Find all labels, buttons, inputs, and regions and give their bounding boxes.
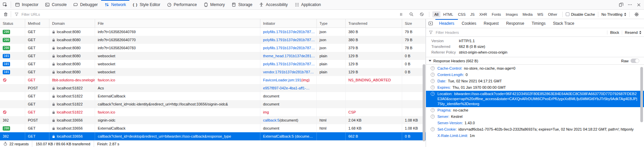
response-header-row[interactable]: Pragma:no-cache bbox=[426, 107, 644, 114]
filter-pill-js[interactable]: JS bbox=[468, 11, 477, 17]
search-button[interactable] bbox=[407, 10, 416, 18]
column-header-transferred[interactable]: Transferred bbox=[346, 19, 402, 27]
response-header-row[interactable]: Location:bitwarden://sso-callback?code=9… bbox=[426, 91, 644, 107]
pick-element-button[interactable] bbox=[0, 0, 10, 9]
table-row[interactable]: 200GETlocalhost:8080info?t=1635826640769… bbox=[0, 28, 426, 36]
expand-panel-button[interactable] bbox=[426, 19, 435, 28]
table-row[interactable]: 302GETlocalhost:33656callback?client_id=… bbox=[0, 132, 426, 140]
tab-storage[interactable]: Storage bbox=[228, 0, 256, 9]
filter-pill-html[interactable]: HTML bbox=[441, 11, 455, 17]
tab-memory[interactable]: Memory bbox=[200, 0, 228, 9]
initiator-link[interactable]: e957f897-042e-4ba1-aff1-… bbox=[263, 86, 310, 90]
table-row[interactable]: POSTlocalhost:51822Acse957f897-042e-4ba1… bbox=[0, 84, 426, 92]
method-cell: GET bbox=[25, 76, 49, 84]
responsive-design-button[interactable] bbox=[617, 1, 625, 9]
table-row[interactable]: 302POSTlocalhost:33656signin-oidccallbac… bbox=[0, 116, 426, 124]
help-icon[interactable] bbox=[431, 115, 435, 119]
help-icon[interactable] bbox=[431, 66, 435, 70]
table-row[interactable]: GETlocalhost:51822callback?client_id=oid… bbox=[0, 100, 426, 108]
response-headers-section[interactable]: Response Headers (662 B) Raw bbox=[426, 57, 644, 65]
initiator-link[interactable]: polyfills.1791b137de281b787… bbox=[263, 30, 315, 34]
tab-network[interactable]: Network bbox=[101, 0, 129, 9]
table-row[interactable]: GETlocalhost:51822ExternalCallbackdocume… bbox=[0, 92, 426, 100]
details-tab-cookies[interactable]: Cookies bbox=[458, 19, 480, 28]
filter-headers-input[interactable] bbox=[435, 30, 605, 35]
details-tab-timings[interactable]: Timings bbox=[528, 19, 549, 28]
column-header-file[interactable]: File bbox=[95, 19, 260, 27]
filter-pill-media[interactable]: Media bbox=[520, 11, 534, 17]
network-settings-button[interactable] bbox=[633, 10, 641, 18]
inspector-icon bbox=[15, 2, 20, 7]
tab-accessibility[interactable]: Accessibility bbox=[256, 0, 291, 9]
column-header-type[interactable]: Type bbox=[317, 19, 346, 27]
table-row[interactable]: GETlocalhost:51822favicon.icoimgCSP bbox=[0, 108, 426, 116]
pause-traffic-button[interactable] bbox=[397, 10, 405, 18]
clear-requests-button[interactable] bbox=[1, 10, 10, 18]
response-header-row[interactable]: Content-Length:0 bbox=[426, 72, 644, 78]
filter-pill-fonts[interactable]: Fonts bbox=[490, 11, 503, 17]
response-header-row[interactable]: Date:Tue, 02 Nov 2021 04:17:21 GMT bbox=[426, 78, 644, 84]
filter-pill-ws[interactable]: WS bbox=[535, 11, 545, 17]
filter-urls-input[interactable] bbox=[21, 12, 397, 17]
initiator-link[interactable]: vendor.1791b137de281b787… bbox=[263, 70, 314, 74]
details-tab-stack-trace[interactable]: Stack Trace bbox=[549, 19, 578, 28]
tab-inspector[interactable]: Inspector bbox=[12, 0, 42, 9]
tab-style-editor[interactable]: { }Style Editor bbox=[129, 0, 164, 9]
request-list-scrollbar[interactable] bbox=[423, 64, 425, 141]
table-row[interactable]: 101GETlocalhost:8080websocketvendor.1791… bbox=[0, 68, 426, 76]
help-icon[interactable] bbox=[431, 92, 435, 96]
table-row[interactable]: 101GETlocalhost:8080websocketpolyfills.1… bbox=[0, 60, 426, 68]
response-header-row[interactable]: Server-Version:1.43.0 bbox=[426, 120, 644, 126]
table-row[interactable]: GET8bit-solutions-dev.onelogin.…favicon.… bbox=[0, 76, 426, 84]
initiator-link[interactable]: FaviconLoader.jsm:191 bbox=[263, 78, 301, 82]
help-icon[interactable] bbox=[431, 73, 435, 77]
column-header-domain[interactable]: Domain bbox=[49, 19, 95, 27]
throttling-dropdown[interactable]: No Throttling bbox=[601, 12, 626, 16]
help-icon[interactable] bbox=[431, 127, 435, 131]
response-header-row[interactable]: Server:Kestrel bbox=[426, 114, 644, 120]
column-header-initiator[interactable]: Initiator bbox=[260, 19, 317, 27]
table-row[interactable]: 101GETlocalhost:8080websockettheme_head.… bbox=[0, 52, 426, 60]
help-icon[interactable] bbox=[431, 108, 435, 112]
initiator-link[interactable]: callback:5 bbox=[263, 118, 280, 122]
disable-cache-control[interactable]: Disable Cache bbox=[566, 12, 595, 16]
table-row[interactable]: 200GETlocalhost:33656ExternalCallbackdoc… bbox=[0, 124, 426, 132]
response-header-row[interactable]: X-Rate-Limit-Limit:1m bbox=[426, 133, 644, 139]
response-header-row[interactable]: Cache-Control:no-store, no-cache, max-ag… bbox=[426, 65, 644, 72]
tab-debugger[interactable]: Debugger bbox=[70, 0, 101, 9]
devtools-menu-button[interactable] bbox=[626, 1, 634, 9]
tab-performance[interactable]: Performance bbox=[164, 0, 200, 9]
close-devtools-button[interactable] bbox=[635, 1, 643, 9]
response-header-row[interactable]: Expires:Thu, 01 Jan 1970 00:00:00 GMT bbox=[426, 84, 644, 91]
table-row[interactable]: 200GETlocalhost:8080info?t=1635826640783… bbox=[0, 44, 426, 52]
tab-application[interactable]: Application bbox=[291, 0, 325, 9]
initiator-link[interactable]: theme_head.1791b137de281… bbox=[263, 54, 315, 58]
tab-console[interactable]: Console bbox=[42, 0, 70, 9]
request-blocking-button[interactable] bbox=[418, 10, 426, 18]
initiator-link[interactable]: polyfills.1791b137de281b787… bbox=[263, 38, 315, 42]
filter-pill-all[interactable]: All bbox=[432, 11, 440, 17]
initiator-link[interactable]: polyfills.1791b137de281b787… bbox=[263, 62, 315, 66]
raw-toggle[interactable] bbox=[631, 59, 639, 63]
filter-pill-css[interactable]: CSS bbox=[456, 11, 468, 17]
help-icon[interactable] bbox=[431, 85, 435, 89]
details-tab-response[interactable]: Response bbox=[502, 19, 528, 28]
details-tab-headers[interactable]: Headers bbox=[435, 19, 458, 28]
column-header-status[interactable]: Status bbox=[0, 19, 25, 27]
initiator-link[interactable]: polyfills.1791b137de281b787… bbox=[263, 46, 315, 50]
filter-pill-xhr[interactable]: XHR bbox=[477, 11, 489, 17]
response-header-row[interactable]: Set-Cookie:idsrv=adf6cba1-7075-402b-9ec3… bbox=[426, 126, 644, 133]
filter-pill-images[interactable]: Images bbox=[504, 11, 520, 17]
resend-dropdown[interactable]: Resend bbox=[622, 30, 644, 34]
block-button[interactable]: Block bbox=[607, 30, 622, 34]
column-header-method[interactable]: Method bbox=[25, 19, 49, 27]
filter-pill-other[interactable]: Other bbox=[546, 11, 559, 17]
details-tab-request[interactable]: Request bbox=[480, 19, 503, 28]
transferred-cell: 380 B bbox=[346, 36, 402, 44]
column-header-size[interactable]: Size bbox=[402, 19, 426, 27]
table-row[interactable]: 200GETlocalhost:8080info?t=1635826640770… bbox=[0, 36, 426, 44]
stopwatch-icon[interactable] bbox=[3, 142, 7, 146]
help-icon[interactable] bbox=[431, 79, 435, 83]
disable-cache-checkbox[interactable] bbox=[566, 12, 569, 16]
details-scrollbar[interactable] bbox=[640, 67, 643, 122]
